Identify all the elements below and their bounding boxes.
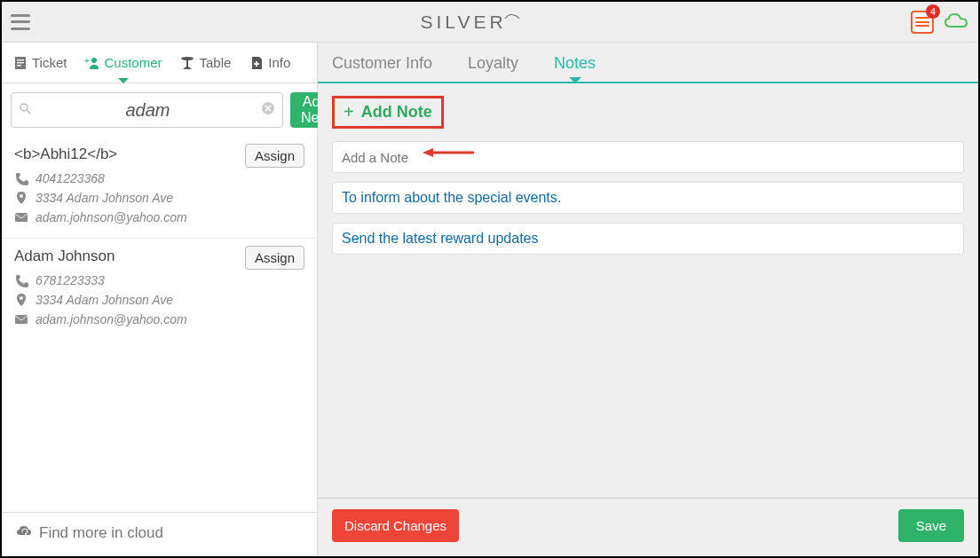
- assign-button[interactable]: Assign: [245, 144, 304, 168]
- customer-results: Assign <b>Abhi12</b> 4041223368 3334 Ada…: [2, 137, 317, 512]
- add-note-label: Add Note: [361, 103, 432, 122]
- customer-address: 3334 Adam Johnson Ave: [36, 290, 173, 310]
- tab-customer[interactable]: + Customer: [79, 43, 167, 83]
- note-item[interactable]: Send the latest reward updates: [332, 223, 964, 255]
- search-icon: [19, 102, 31, 118]
- add-note-highlight-box: + Add Note: [332, 96, 444, 129]
- notifications-badge: 4: [926, 4, 940, 19]
- add-note-button[interactable]: + Add Note: [344, 102, 432, 122]
- svg-point-13: [20, 194, 23, 198]
- customer-phone: 4041223368: [36, 169, 105, 188]
- svg-point-5: [91, 58, 97, 63]
- map-pin-icon: [14, 293, 28, 307]
- note-item[interactable]: To inform about the special events.: [332, 182, 964, 214]
- svg-rect-16: [15, 315, 28, 324]
- phone-icon: [14, 273, 28, 287]
- table-pedestal-icon: [179, 55, 195, 71]
- right-tabbar: Customer Info Loyalty Notes: [318, 43, 978, 83]
- tab-customer-info[interactable]: Customer Info: [332, 54, 432, 82]
- tab-info-label: Info: [268, 55, 290, 70]
- tab-table-label: Table: [199, 55, 231, 70]
- tab-table[interactable]: Table: [174, 43, 236, 83]
- customer-card[interactable]: Assign Adam Johnson 6781223333 3334 Adam…: [2, 239, 317, 340]
- svg-point-10: [20, 104, 28, 111]
- svg-rect-2: [17, 62, 24, 64]
- customer-email: adam.johnson@yahoo.com: [36, 208, 187, 227]
- svg-line-11: [27, 110, 30, 114]
- cloud-refresh-icon[interactable]: [14, 522, 32, 544]
- svg-marker-19: [423, 148, 433, 157]
- customer-search-input[interactable]: [35, 100, 261, 121]
- brand-text: SILVER: [420, 12, 506, 33]
- svg-rect-3: [17, 65, 21, 67]
- svg-point-15: [20, 296, 23, 300]
- tab-loyalty[interactable]: Loyalty: [468, 54, 518, 82]
- customer-card[interactable]: Assign <b>Abhi12</b> 4041223368 3334 Ada…: [2, 137, 317, 239]
- svg-rect-1: [17, 59, 24, 61]
- notifications-icon[interactable]: 4: [911, 11, 934, 34]
- receipt-icon: [12, 55, 28, 71]
- map-pin-icon: [14, 191, 28, 205]
- brand-swoosh-icon: [507, 12, 521, 33]
- cloud-sync-icon[interactable]: [943, 11, 969, 34]
- annotation-arrow-icon: [423, 146, 476, 162]
- tab-ticket[interactable]: Ticket: [7, 43, 72, 83]
- phone-icon: [14, 171, 28, 185]
- customer-address: 3334 Adam Johnson Ave: [36, 188, 173, 208]
- plus-icon: +: [344, 102, 354, 122]
- tab-customer-label: Customer: [104, 55, 162, 70]
- svg-rect-7: [186, 59, 188, 67]
- svg-text:+: +: [84, 56, 90, 66]
- menu-icon[interactable]: [11, 14, 30, 30]
- add-person-icon: +: [84, 55, 100, 71]
- tab-notes[interactable]: Notes: [554, 54, 596, 82]
- mail-icon: [14, 210, 28, 224]
- find-in-cloud-label[interactable]: Find more in cloud: [39, 524, 163, 542]
- note-plus-icon: [249, 55, 265, 71]
- left-tabbar: Ticket + Customer Table Info: [2, 43, 317, 83]
- assign-button[interactable]: Assign: [245, 246, 304, 270]
- clear-search-icon[interactable]: [261, 101, 275, 120]
- svg-rect-9: [254, 63, 259, 65]
- discard-button[interactable]: Discard Changes: [332, 509, 459, 542]
- brand-logo: SILVER: [420, 12, 520, 33]
- tab-info[interactable]: Info: [243, 43, 296, 83]
- save-button[interactable]: Save: [898, 509, 964, 542]
- customer-search-box: [11, 92, 283, 128]
- customer-phone: 6781223333: [36, 271, 105, 290]
- mail-icon: [14, 312, 28, 326]
- tab-ticket-label: Ticket: [32, 55, 67, 70]
- svg-rect-14: [15, 213, 28, 222]
- customer-email: adam.johnson@yahoo.com: [36, 310, 187, 329]
